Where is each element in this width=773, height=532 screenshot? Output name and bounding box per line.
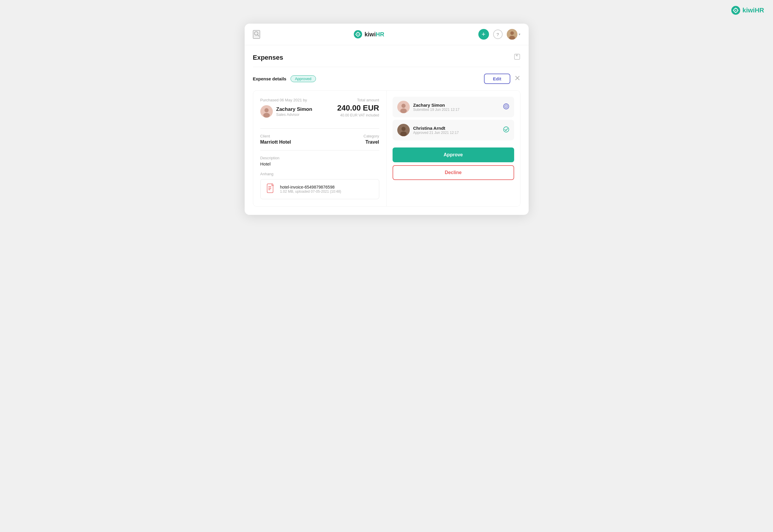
chevron-down-icon: ▾ bbox=[518, 32, 520, 36]
client-category-row: Client Marriott Hotel Category Travel bbox=[260, 134, 379, 145]
file-icon bbox=[265, 184, 276, 195]
category-field: Category Travel bbox=[323, 134, 379, 145]
activity-date-zachary: Submitted 19 Jun 2021 12:17 bbox=[413, 108, 460, 112]
total-amount-label: Total amount bbox=[337, 98, 379, 102]
header-logo-text: kiwiHR bbox=[364, 31, 384, 38]
svg-point-38 bbox=[503, 127, 509, 132]
description-section: Description Hotel bbox=[260, 156, 379, 166]
expense-details-left: Expense details Approved bbox=[253, 75, 316, 82]
help-button[interactable]: ? bbox=[493, 30, 503, 39]
person-row: Zachary Simon Sales Advisor bbox=[260, 105, 312, 118]
header-logo: kiwiHR bbox=[354, 30, 384, 38]
client-field: Client Marriott Hotel bbox=[260, 134, 317, 145]
activity-item-approved: Christina Arndt Approved 21 Jun 2021 12:… bbox=[393, 120, 514, 140]
client-label: Client bbox=[260, 134, 317, 138]
activity-name-christina: Christina Arndt bbox=[413, 126, 459, 131]
expense-details-right: Edit bbox=[484, 74, 520, 84]
description-label: Description bbox=[260, 156, 379, 160]
vat-label: 40.00 EUR VAT included bbox=[337, 113, 379, 117]
close-button[interactable] bbox=[514, 75, 520, 82]
divider-1 bbox=[260, 128, 379, 129]
category-value: Travel bbox=[323, 140, 379, 145]
expense-details-label: Expense details bbox=[253, 76, 286, 81]
search-button[interactable] bbox=[253, 30, 260, 39]
activity-name-zachary: Zachary Simon bbox=[413, 103, 460, 108]
activity-avatar-zachary bbox=[397, 101, 410, 113]
kiwi-top-icon bbox=[731, 6, 740, 15]
left-column: Purchased 06 May 2021 by Zachary Si bbox=[253, 91, 387, 206]
kiwi-header-icon bbox=[354, 30, 362, 38]
attachment-name: hotel-invoice-6549879876598 bbox=[280, 185, 341, 189]
expense-detail-panel: Purchased 06 May 2021 by Zachary Si bbox=[253, 90, 520, 207]
expense-details-header: Expense details Approved Edit bbox=[253, 74, 520, 84]
total-amount: 240.00 EUR bbox=[337, 103, 379, 113]
person-role: Sales Advisor bbox=[276, 112, 312, 117]
header-bar: kiwiHR + ? ▾ bbox=[245, 24, 529, 45]
svg-point-23 bbox=[265, 108, 269, 112]
description-value: Hotel bbox=[260, 161, 379, 166]
svg-rect-26 bbox=[268, 186, 271, 187]
svg-point-37 bbox=[400, 132, 407, 136]
expenses-title-row: Expenses bbox=[253, 53, 520, 67]
svg-rect-28 bbox=[268, 189, 270, 190]
submitted-status-icon bbox=[503, 103, 509, 111]
right-column: Zachary Simon Submitted 19 Jun 2021 12:1… bbox=[387, 91, 520, 206]
export-button[interactable] bbox=[514, 53, 520, 61]
activity-date-christina: Approved 21 Jun 2021 12:17 bbox=[413, 131, 459, 135]
svg-point-2 bbox=[735, 10, 736, 11]
approve-button[interactable]: Approve bbox=[393, 147, 514, 162]
category-label: Category bbox=[323, 134, 379, 138]
attachment-box[interactable]: hotel-invoice-6549879876598 1.02 MB, upl… bbox=[260, 179, 379, 199]
divider-2 bbox=[260, 150, 379, 150]
person-avatar bbox=[260, 105, 273, 118]
svg-point-11 bbox=[357, 34, 359, 35]
approved-status-icon bbox=[503, 126, 509, 134]
svg-point-17 bbox=[510, 31, 514, 35]
client-value: Marriott Hotel bbox=[260, 140, 317, 145]
activity-avatar-christina bbox=[397, 124, 410, 136]
svg-point-30 bbox=[401, 104, 406, 108]
app-window: kiwiHR + ? ▾ Expenses bbox=[245, 24, 529, 215]
user-avatar-button[interactable]: ▾ bbox=[507, 29, 520, 40]
top-logo-text: kiwiHR bbox=[743, 7, 764, 14]
svg-line-8 bbox=[257, 35, 259, 36]
person-name: Zachary Simon bbox=[276, 106, 312, 112]
svg-rect-27 bbox=[268, 188, 271, 189]
decline-button[interactable]: Decline bbox=[393, 165, 514, 180]
purchased-by-label: Purchased 06 May 2021 by bbox=[260, 98, 312, 102]
avatar bbox=[507, 29, 517, 40]
amount-section: Total amount 240.00 EUR 40.00 EUR VAT in… bbox=[337, 98, 379, 117]
svg-point-31 bbox=[400, 108, 407, 113]
edit-button[interactable]: Edit bbox=[484, 74, 510, 84]
anhang-label: Anhang bbox=[260, 172, 379, 176]
top-logo: kiwiHR bbox=[731, 6, 767, 15]
top-section: Purchased 06 May 2021 by Zachary Si bbox=[260, 98, 379, 123]
status-badge: Approved bbox=[291, 75, 316, 82]
svg-point-36 bbox=[401, 127, 406, 131]
header-actions: + ? ▾ bbox=[478, 29, 520, 40]
anhang-section: Anhang hotel-invoice- bbox=[260, 172, 379, 199]
page-title: Expenses bbox=[253, 54, 283, 61]
svg-point-34 bbox=[505, 106, 506, 107]
main-content: Expenses Expense details Approved Edit bbox=[245, 45, 529, 215]
activity-item-submitted: Zachary Simon Submitted 19 Jun 2021 12:1… bbox=[393, 97, 514, 117]
attachment-meta: 1.02 MB, uploaded 07-05-2021 (10:48) bbox=[280, 189, 341, 194]
svg-point-24 bbox=[263, 113, 270, 118]
add-button[interactable]: + bbox=[478, 29, 489, 40]
